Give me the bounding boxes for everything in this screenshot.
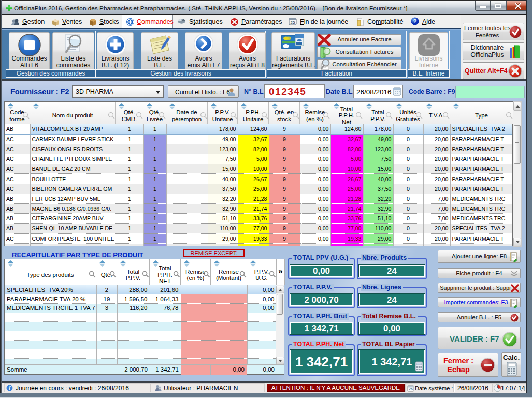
svg-text:26: 26 [409,387,413,391]
svg-text:?: ? [413,18,417,24]
svg-text:25: 25 [291,20,295,25]
